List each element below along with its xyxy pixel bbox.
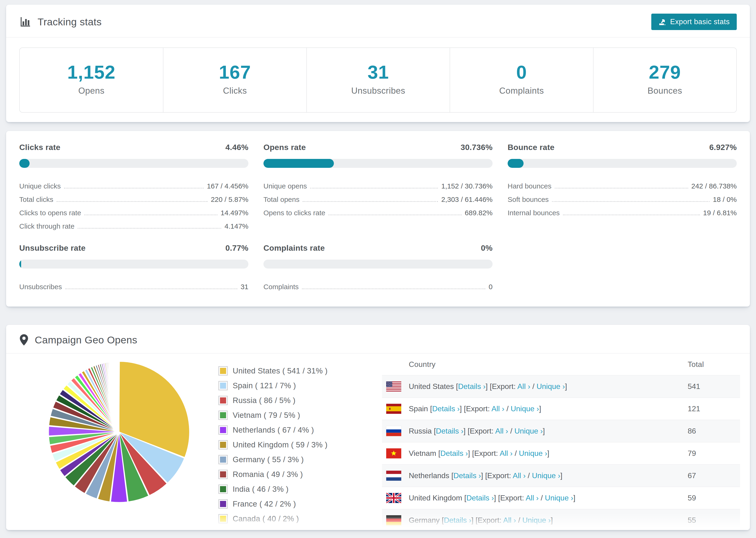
legend-swatch-icon <box>219 382 227 390</box>
legend-item[interactable]: France ( 42 / 2% ) <box>218 497 328 511</box>
geo-panel-header: Campaign Geo Opens <box>6 325 750 353</box>
dotted-leader <box>563 215 700 215</box>
link-separator: ] [Export: <box>494 494 526 502</box>
export-unique-link[interactable]: Unique › <box>522 516 551 524</box>
legend-swatch-icon <box>219 529 227 530</box>
country-cell: Vietnam [Details ›] [Export: All › / Uni… <box>409 449 688 458</box>
dotted-leader <box>328 215 461 215</box>
country-name: United States [ <box>409 382 458 391</box>
stat-row-label: Clicks to opens rate <box>19 209 81 217</box>
pie-legend: United States ( 541 / 31% )Spain ( 121 /… <box>218 363 328 530</box>
legend-swatch-icon <box>219 367 227 375</box>
export-all-link[interactable]: All › <box>517 382 530 391</box>
stat-row: Click through rate4.147% <box>19 217 248 230</box>
legend-label: United States ( 541 / 31% ) <box>233 366 328 375</box>
export-unique-link[interactable]: Unique › <box>532 471 561 480</box>
stat-row: Opens to clicks rate689.82% <box>263 203 493 217</box>
summary-stat-cell: 1,152Opens <box>20 48 163 112</box>
summary-stats-row: 1,152Opens167Clicks31Unsubscribes0Compla… <box>19 47 737 113</box>
bar-chart-icon <box>19 16 31 28</box>
progress-bar <box>19 159 248 168</box>
legend-item[interactable]: India ( 46 / 3% ) <box>218 482 328 497</box>
flag-es-icon <box>386 404 401 414</box>
export-all-link[interactable]: All › <box>495 427 508 435</box>
export-all-link[interactable]: All › <box>503 516 516 524</box>
legend-item[interactable]: Netherlands ( 67 / 4% ) <box>218 422 328 437</box>
export-all-link[interactable]: All › <box>491 404 504 413</box>
legend-swatch-icon <box>219 456 227 463</box>
details-link[interactable]: Details › <box>432 404 460 413</box>
stat-row-value: 2,303 / 61.446% <box>441 195 493 203</box>
progress-bar <box>19 260 248 269</box>
stat-row-label: Unsubscribes <box>19 283 62 291</box>
legend-item[interactable]: Spain ( 121 / 7% ) <box>218 378 328 393</box>
export-all-link[interactable]: All › <box>513 471 526 480</box>
country-name: United Kingdom [ <box>409 494 466 502</box>
legend-label: France ( 42 / 2% ) <box>233 500 296 509</box>
legend-item[interactable]: Romania ( 49 / 3% ) <box>218 467 328 482</box>
export-basic-stats-button[interactable]: Export basic stats <box>651 14 737 30</box>
export-unique-link[interactable]: Unique › <box>514 427 543 435</box>
tracking-panel-header: Tracking stats Export basic stats <box>6 5 750 37</box>
legend-item[interactable]: United Kingdom ( 59 / 3% ) <box>218 437 328 452</box>
flag-cell <box>386 404 409 414</box>
tracking-stats-panel: Tracking stats Export basic stats 1,152O… <box>6 5 750 122</box>
export-all-link[interactable]: All › <box>500 449 513 457</box>
stat-row-value: 167 / 4.456% <box>207 182 248 190</box>
legend-item[interactable]: United States ( 541 / 31% ) <box>218 363 328 378</box>
stat-row: Total clicks220 / 5.87% <box>19 190 248 203</box>
stat-row-label: Opens to clicks rate <box>263 209 325 217</box>
export-unique-link[interactable]: Unique › <box>545 494 573 502</box>
country-total: 121 <box>688 404 740 413</box>
details-link[interactable]: Details › <box>453 471 481 480</box>
legend-item[interactable]: Vietnam ( 79 / 5% ) <box>218 408 328 422</box>
country-cell: United States [Details ›] [Export: All ›… <box>409 382 688 391</box>
stat-row-label: Unique opens <box>263 182 307 190</box>
legend-item[interactable]: Russia ( 86 / 5% ) <box>218 393 328 408</box>
geo-opens-table: CountryTotalUnited States [Details ›] [E… <box>382 353 740 530</box>
table-row: Germany [Details ›] [Export: All › / Uni… <box>382 509 740 530</box>
legend-item[interactable]: Canada ( 40 / 2% ) <box>218 511 328 526</box>
legend-item[interactable]: Germany ( 55 / 3% ) <box>218 452 328 467</box>
link-separator: ] <box>551 516 553 524</box>
summary-stat-label: Opens <box>25 86 158 96</box>
export-all-link[interactable]: All › <box>526 494 539 502</box>
table-row: United States [Details ›] [Export: All ›… <box>382 375 740 398</box>
country-total: 86 <box>688 427 740 435</box>
summary-stat-value: 279 <box>598 62 731 83</box>
details-link[interactable]: Details › <box>436 427 463 435</box>
export-unique-link[interactable]: Unique › <box>536 382 565 391</box>
export-unique-link[interactable]: Unique › <box>519 449 547 457</box>
summary-stat-value: 31 <box>311 62 445 83</box>
details-link[interactable]: Details › <box>458 382 486 391</box>
link-separator: / <box>504 404 511 413</box>
export-unique-link[interactable]: Unique › <box>511 404 539 413</box>
legend-swatch-icon <box>219 515 227 523</box>
stat-row: Unique clicks167 / 4.456% <box>19 177 248 190</box>
summary-stat-label: Unsubscribes <box>311 86 445 96</box>
stat-row-value: 31 <box>241 283 248 291</box>
stat-row: Clicks to opens rate14.497% <box>19 203 248 217</box>
country-name: Germany [ <box>409 516 444 524</box>
summary-stat-label: Clicks <box>168 86 301 96</box>
link-separator: / <box>539 494 545 502</box>
rate-card: Bounce rate6.927%Hard bounces242 / 86.73… <box>508 143 737 230</box>
link-separator: / <box>526 471 532 480</box>
rate-title: Unsubscribe rate <box>19 243 86 252</box>
dotted-leader <box>84 215 217 215</box>
rate-stat-rows: Complaints0 <box>263 278 493 291</box>
details-link[interactable]: Details › <box>441 449 468 457</box>
legend-label: Italy ( 36 / 2% ) <box>233 529 286 530</box>
legend-item[interactable]: Italy ( 36 / 2% ) <box>218 526 328 530</box>
rate-stat-rows: Unique clicks167 / 4.456%Total clicks220… <box>19 177 248 230</box>
stat-row: Soft bounces18 / 0% <box>508 190 737 203</box>
details-link[interactable]: Details › <box>444 516 471 524</box>
rate-card: Unsubscribe rate0.77%Unsubscribes31 <box>19 243 248 291</box>
flag-vn-icon <box>386 448 401 458</box>
geo-table-header: CountryTotal <box>382 353 740 375</box>
column-header-total: Total <box>688 360 740 369</box>
summary-stat-cell: 167Clicks <box>163 48 306 112</box>
details-link[interactable]: Details › <box>466 494 494 502</box>
stat-row-value: 19 / 6.81% <box>703 209 737 217</box>
rate-value: 0.77% <box>225 243 248 252</box>
